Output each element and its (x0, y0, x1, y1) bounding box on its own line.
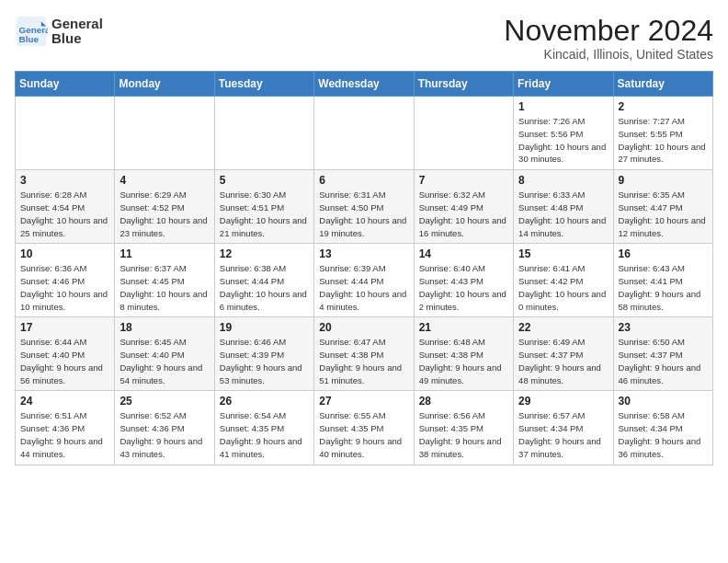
day-number: 13 (319, 247, 409, 260)
calendar-cell: 2Sunrise: 7:27 AM Sunset: 5:55 PM Daylig… (613, 97, 712, 170)
day-number: 16 (619, 247, 709, 260)
day-info: Sunrise: 6:30 AM Sunset: 4:51 PM Dayligh… (220, 189, 310, 239)
calendar-header-row: SundayMondayTuesdayWednesdayThursdayFrid… (16, 72, 713, 97)
day-info: Sunrise: 6:54 AM Sunset: 4:35 PM Dayligh… (220, 409, 310, 460)
calendar-cell: 25Sunrise: 6:52 AM Sunset: 4:36 PM Dayli… (115, 391, 214, 465)
logo: General Blue General Blue (15, 15, 103, 48)
day-number: 4 (119, 174, 210, 187)
calendar-cell (414, 97, 513, 170)
weekday-header: Friday (514, 72, 613, 97)
calendar-cell: 7Sunrise: 6:32 AM Sunset: 4:49 PM Daylig… (414, 170, 513, 244)
day-info: Sunrise: 6:49 AM Sunset: 4:37 PM Dayligh… (518, 336, 609, 386)
day-number: 23 (619, 321, 709, 334)
calendar-week-row: 3Sunrise: 6:28 AM Sunset: 4:54 PM Daylig… (16, 170, 713, 244)
calendar-cell: 10Sunrise: 6:36 AM Sunset: 4:46 PM Dayli… (16, 244, 115, 317)
day-number: 5 (220, 174, 310, 187)
title-block: November 2024 Kincaid, Illinois, United … (504, 15, 713, 62)
calendar-cell: 1Sunrise: 7:26 AM Sunset: 5:56 PM Daylig… (514, 97, 613, 170)
calendar-cell: 13Sunrise: 6:39 AM Sunset: 4:44 PM Dayli… (314, 244, 414, 317)
day-number: 2 (619, 100, 709, 113)
weekday-header: Monday (115, 72, 214, 97)
day-info: Sunrise: 7:26 AM Sunset: 5:56 PM Dayligh… (518, 115, 609, 166)
calendar-cell: 15Sunrise: 6:41 AM Sunset: 4:42 PM Dayli… (514, 244, 613, 317)
calendar-cell: 22Sunrise: 6:49 AM Sunset: 4:37 PM Dayli… (514, 317, 613, 391)
day-number: 21 (419, 321, 509, 334)
day-number: 30 (619, 395, 709, 408)
day-info: Sunrise: 6:40 AM Sunset: 4:43 PM Dayligh… (419, 262, 509, 313)
day-info: Sunrise: 6:35 AM Sunset: 4:47 PM Dayligh… (619, 189, 709, 239)
calendar-cell: 20Sunrise: 6:47 AM Sunset: 4:38 PM Dayli… (314, 317, 414, 391)
day-info: Sunrise: 6:37 AM Sunset: 4:45 PM Dayligh… (119, 262, 210, 313)
day-number: 8 (518, 174, 609, 187)
calendar-cell: 5Sunrise: 6:30 AM Sunset: 4:51 PM Daylig… (214, 170, 313, 244)
weekday-header: Thursday (414, 72, 513, 97)
day-number: 22 (518, 321, 609, 334)
day-number: 12 (220, 247, 310, 260)
day-info: Sunrise: 6:48 AM Sunset: 4:38 PM Dayligh… (419, 336, 509, 386)
calendar-cell: 28Sunrise: 6:56 AM Sunset: 4:35 PM Dayli… (414, 391, 513, 465)
weekday-header: Wednesday (314, 72, 414, 97)
day-info: Sunrise: 6:46 AM Sunset: 4:39 PM Dayligh… (220, 336, 310, 386)
day-number: 24 (20, 395, 110, 408)
day-number: 10 (20, 247, 110, 260)
calendar-cell: 17Sunrise: 6:44 AM Sunset: 4:40 PM Dayli… (16, 317, 115, 391)
day-number: 14 (419, 247, 509, 260)
day-number: 27 (319, 395, 409, 408)
calendar-cell (214, 97, 313, 170)
calendar-cell (314, 97, 414, 170)
calendar-cell: 14Sunrise: 6:40 AM Sunset: 4:43 PM Dayli… (414, 244, 513, 317)
weekday-header: Saturday (613, 72, 712, 97)
day-number: 29 (518, 395, 609, 408)
page-header: General Blue General Blue November 2024 … (15, 15, 713, 62)
day-number: 6 (319, 174, 409, 187)
day-number: 19 (220, 321, 310, 334)
day-info: Sunrise: 6:51 AM Sunset: 4:36 PM Dayligh… (20, 409, 110, 460)
calendar-cell: 19Sunrise: 6:46 AM Sunset: 4:39 PM Dayli… (214, 317, 313, 391)
calendar-cell: 6Sunrise: 6:31 AM Sunset: 4:50 PM Daylig… (314, 170, 414, 244)
calendar-cell: 26Sunrise: 6:54 AM Sunset: 4:35 PM Dayli… (214, 391, 313, 465)
day-info: Sunrise: 6:58 AM Sunset: 4:34 PM Dayligh… (619, 409, 709, 460)
day-number: 3 (20, 174, 110, 187)
day-number: 26 (220, 395, 310, 408)
day-info: Sunrise: 6:45 AM Sunset: 4:40 PM Dayligh… (119, 336, 210, 386)
day-info: Sunrise: 6:52 AM Sunset: 4:36 PM Dayligh… (119, 409, 210, 460)
day-info: Sunrise: 6:41 AM Sunset: 4:42 PM Dayligh… (518, 262, 609, 313)
svg-text:Blue: Blue (19, 34, 40, 44)
day-info: Sunrise: 6:43 AM Sunset: 4:41 PM Dayligh… (619, 262, 709, 313)
weekday-header: Sunday (16, 72, 115, 97)
calendar-cell (16, 97, 115, 170)
calendar-table: SundayMondayTuesdayWednesdayThursdayFrid… (15, 71, 713, 465)
calendar-cell: 16Sunrise: 6:43 AM Sunset: 4:41 PM Dayli… (613, 244, 712, 317)
calendar-week-row: 1Sunrise: 7:26 AM Sunset: 5:56 PM Daylig… (16, 97, 713, 170)
calendar-cell: 21Sunrise: 6:48 AM Sunset: 4:38 PM Dayli… (414, 317, 513, 391)
calendar-week-row: 10Sunrise: 6:36 AM Sunset: 4:46 PM Dayli… (16, 244, 713, 317)
calendar-cell: 24Sunrise: 6:51 AM Sunset: 4:36 PM Dayli… (16, 391, 115, 465)
day-number: 28 (419, 395, 509, 408)
day-info: Sunrise: 7:27 AM Sunset: 5:55 PM Dayligh… (619, 115, 709, 166)
day-info: Sunrise: 6:38 AM Sunset: 4:44 PM Dayligh… (220, 262, 310, 313)
logo-icon: General Blue (15, 15, 48, 48)
logo-text: General Blue (51, 17, 103, 47)
day-number: 11 (119, 247, 210, 260)
day-info: Sunrise: 6:28 AM Sunset: 4:54 PM Dayligh… (20, 189, 110, 239)
calendar-cell: 12Sunrise: 6:38 AM Sunset: 4:44 PM Dayli… (214, 244, 313, 317)
month-title: November 2024 (504, 15, 713, 47)
day-number: 25 (119, 395, 210, 408)
calendar-cell: 11Sunrise: 6:37 AM Sunset: 4:45 PM Dayli… (115, 244, 214, 317)
calendar-cell: 18Sunrise: 6:45 AM Sunset: 4:40 PM Dayli… (115, 317, 214, 391)
day-number: 7 (419, 174, 509, 187)
calendar-cell: 27Sunrise: 6:55 AM Sunset: 4:35 PM Dayli… (314, 391, 414, 465)
day-number: 9 (619, 174, 709, 187)
day-number: 18 (119, 321, 210, 334)
calendar-cell: 9Sunrise: 6:35 AM Sunset: 4:47 PM Daylig… (613, 170, 712, 244)
day-info: Sunrise: 6:47 AM Sunset: 4:38 PM Dayligh… (319, 336, 409, 386)
location: Kincaid, Illinois, United States (504, 47, 713, 62)
calendar-week-row: 17Sunrise: 6:44 AM Sunset: 4:40 PM Dayli… (16, 317, 713, 391)
day-number: 15 (518, 247, 609, 260)
calendar-cell: 23Sunrise: 6:50 AM Sunset: 4:37 PM Dayli… (613, 317, 712, 391)
calendar-body: 1Sunrise: 7:26 AM Sunset: 5:56 PM Daylig… (16, 97, 713, 465)
day-info: Sunrise: 6:56 AM Sunset: 4:35 PM Dayligh… (419, 409, 509, 460)
day-number: 20 (319, 321, 409, 334)
calendar-cell: 30Sunrise: 6:58 AM Sunset: 4:34 PM Dayli… (613, 391, 712, 465)
day-info: Sunrise: 6:44 AM Sunset: 4:40 PM Dayligh… (20, 336, 110, 386)
